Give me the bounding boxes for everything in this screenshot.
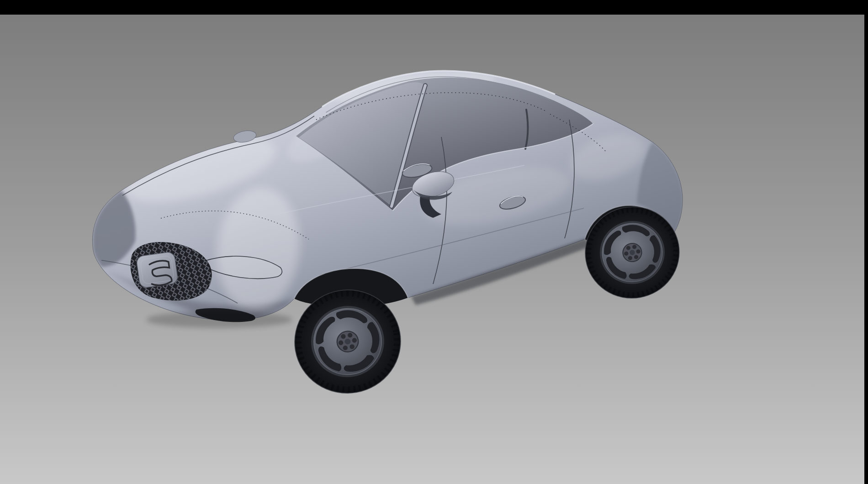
render-viewport[interactable] [0,0,868,484]
badge-plate [136,251,179,288]
under-bumper-shadow [146,311,292,328]
render-window [0,0,868,484]
top-bar [0,0,868,15]
right-bar [864,0,868,484]
